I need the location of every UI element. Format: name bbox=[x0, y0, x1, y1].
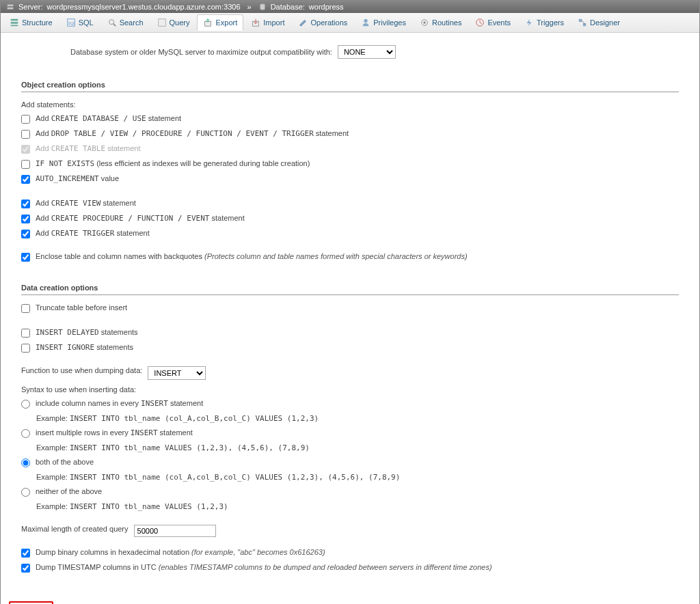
events-icon bbox=[475, 18, 485, 27]
radio-multi-rows[interactable] bbox=[21, 429, 30, 438]
tab-privileges[interactable]: Privileges bbox=[355, 14, 412, 31]
lbl-include-cols[interactable]: include column names in every INSERT sta… bbox=[36, 399, 203, 408]
chk-create-table bbox=[21, 145, 30, 154]
svg-point-15 bbox=[423, 21, 426, 24]
lbl-backquotes[interactable]: Enclose table and column names with back… bbox=[36, 252, 468, 260]
lbl-create-trigger[interactable]: Add CREATE TRIGGER statement bbox=[36, 229, 150, 238]
lbl-create-table: Add CREATE TABLE statement bbox=[36, 144, 140, 153]
svg-point-8 bbox=[109, 20, 113, 25]
lbl-truncate[interactable]: Truncate table before insert bbox=[36, 303, 127, 312]
chk-ifnotexists[interactable] bbox=[21, 160, 30, 169]
chk-truncate[interactable] bbox=[21, 304, 30, 313]
db-label: Database: bbox=[271, 3, 305, 11]
syntax-label: Syntax to use when inserting data: bbox=[21, 385, 136, 394]
radio-both[interactable] bbox=[21, 458, 30, 467]
breadcrumb-sep: » bbox=[247, 3, 252, 11]
lbl-autoinc[interactable]: AUTO_INCREMENT value bbox=[36, 174, 119, 183]
lbl-multi-rows[interactable]: insert multiple rows in every INSERT sta… bbox=[36, 428, 193, 437]
titlebar: Server: wordpressmysqlserver1.westus.clo… bbox=[1, 1, 699, 13]
chk-hex[interactable] bbox=[21, 549, 30, 558]
lbl-drop[interactable]: Add DROP TABLE / VIEW / PROCEDURE / FUNC… bbox=[36, 129, 349, 138]
tab-query[interactable]: Query bbox=[151, 14, 196, 31]
radio-include-cols[interactable] bbox=[21, 400, 30, 409]
section-data: Data creation options bbox=[21, 281, 679, 295]
lbl-create-view[interactable]: Add CREATE VIEW statement bbox=[36, 199, 136, 208]
svg-rect-3 bbox=[11, 19, 18, 21]
add-statements-heading: Add statements: bbox=[21, 100, 679, 109]
svg-rect-4 bbox=[11, 22, 18, 24]
func-label: Function to use when dumping data: bbox=[21, 366, 142, 374]
lbl-create-proc[interactable]: Add CREATE PROCEDURE / FUNCTION / EVENT … bbox=[36, 214, 245, 223]
tab-search[interactable]: Search bbox=[101, 14, 150, 31]
db-value: wordpress bbox=[309, 3, 344, 11]
svg-rect-1 bbox=[8, 8, 14, 10]
privileges-icon bbox=[361, 18, 371, 27]
query-icon bbox=[157, 18, 167, 27]
func-select[interactable]: INSERT bbox=[148, 366, 206, 380]
compat-label: Database system or older MySQL server to… bbox=[70, 48, 332, 56]
lbl-create-database[interactable]: Add CREATE DATABASE / USE statement bbox=[36, 114, 181, 123]
triggers-icon bbox=[524, 18, 534, 27]
tab-routines[interactable]: Routines bbox=[414, 14, 468, 31]
structure-icon bbox=[10, 18, 19, 27]
go-highlight: Go bbox=[9, 601, 53, 604]
chk-create-proc[interactable] bbox=[21, 215, 30, 223]
tab-structure[interactable]: Structure bbox=[3, 14, 59, 31]
svg-rect-0 bbox=[8, 4, 14, 6]
chk-utc[interactable] bbox=[21, 564, 30, 573]
content: Database system or older MySQL server to… bbox=[1, 33, 699, 592]
export-icon bbox=[203, 18, 213, 27]
svg-text:SQL: SQL bbox=[68, 21, 75, 25]
lbl-ignore[interactable]: INSERT IGNORE statements bbox=[36, 343, 133, 352]
lbl-utc[interactable]: Dump TIMESTAMP columns in UTC (enables T… bbox=[36, 563, 492, 571]
routines-icon bbox=[420, 18, 429, 27]
lbl-delayed[interactable]: INSERT DELAYED statements bbox=[36, 328, 138, 337]
operations-icon bbox=[298, 18, 308, 27]
lbl-hex[interactable]: Dump binary columns in hexadecimal notat… bbox=[36, 548, 325, 556]
tab-import[interactable]: Import bbox=[245, 14, 291, 31]
compat-row: Database system or older MySQL server to… bbox=[70, 45, 679, 59]
maxlen-input[interactable] bbox=[134, 525, 216, 537]
svg-rect-10 bbox=[158, 19, 165, 27]
radio-neither[interactable] bbox=[21, 488, 30, 497]
chk-create-database[interactable] bbox=[21, 115, 30, 124]
chk-autoinc[interactable] bbox=[21, 175, 30, 184]
chk-backquotes[interactable] bbox=[21, 253, 30, 262]
tab-sql[interactable]: SQLSQL bbox=[60, 14, 100, 31]
search-icon bbox=[107, 18, 117, 27]
lbl-both[interactable]: both of the above bbox=[36, 458, 94, 466]
tab-events[interactable]: Events bbox=[469, 14, 517, 31]
designer-icon bbox=[578, 18, 587, 27]
compat-select[interactable]: NONE bbox=[338, 45, 396, 59]
sql-icon: SQL bbox=[66, 18, 76, 27]
tab-triggers[interactable]: Triggers bbox=[518, 14, 570, 31]
import-icon bbox=[251, 18, 260, 27]
chk-drop[interactable] bbox=[21, 130, 30, 139]
chk-create-trigger[interactable] bbox=[21, 230, 30, 238]
server-icon bbox=[6, 3, 14, 11]
chk-delayed[interactable] bbox=[21, 329, 30, 338]
database-icon bbox=[258, 3, 267, 11]
svg-rect-5 bbox=[11, 25, 18, 27]
maxlen-label: Maximal length of created query bbox=[21, 525, 129, 533]
tab-designer[interactable]: Designer bbox=[571, 14, 626, 31]
server-label: Server: bbox=[18, 3, 42, 11]
tab-export[interactable]: Export bbox=[197, 14, 243, 31]
section-object: Object creation options bbox=[21, 78, 679, 92]
tab-operations[interactable]: Operations bbox=[292, 14, 353, 31]
lbl-neither[interactable]: neither of the above bbox=[36, 487, 102, 495]
chk-ignore[interactable] bbox=[21, 344, 30, 353]
svg-point-13 bbox=[364, 19, 368, 23]
chk-create-view[interactable] bbox=[21, 200, 30, 208]
svg-line-9 bbox=[113, 24, 116, 27]
lbl-ifnotexists[interactable]: IF NOT EXISTS (less efficient as indexes… bbox=[36, 159, 310, 168]
svg-rect-17 bbox=[579, 19, 582, 22]
server-value: wordpressmysqlserver1.westus.cloudapp.az… bbox=[46, 3, 240, 11]
menubar: Structure SQLSQL Search Query Export Imp… bbox=[1, 13, 699, 33]
